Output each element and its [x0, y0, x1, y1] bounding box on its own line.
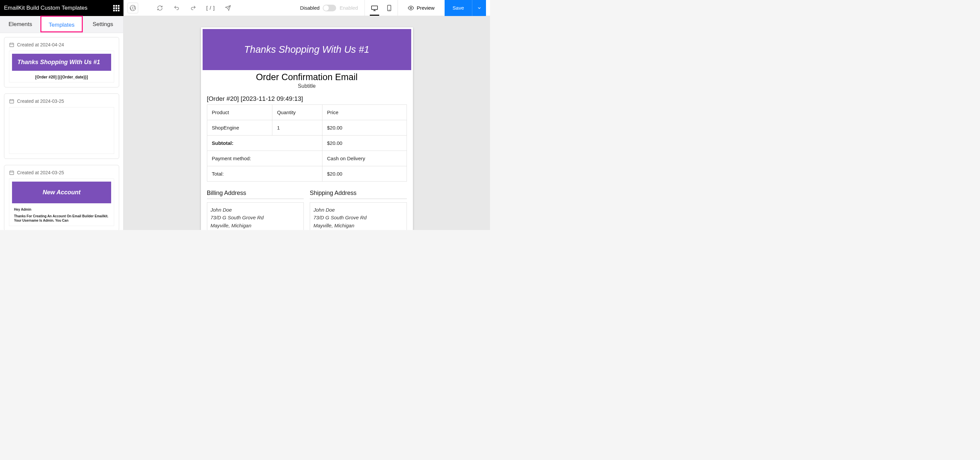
table-row: Payment method: Cash on Delivery	[207, 151, 407, 166]
send-icon[interactable]	[224, 4, 232, 12]
eye-icon	[408, 5, 414, 11]
template-card-meta: Created at 2024-03-25	[17, 170, 64, 175]
email-subtitle: Subtitle	[201, 83, 413, 89]
device-desktop-icon[interactable]	[371, 5, 378, 11]
save-button[interactable]: Save	[445, 0, 472, 16]
svg-point-4	[410, 7, 412, 9]
app-grid-icon[interactable]	[113, 5, 119, 11]
app-title: EmailKit Build Custom Templates	[4, 5, 113, 11]
svg-rect-6	[10, 100, 14, 103]
table-row: Product Quantity Price	[207, 105, 407, 120]
top-header: EmailKit Build Custom Templates [ / ] Di…	[0, 0, 490, 16]
canvas[interactable]: Thanks Shopping With Us #1 Order Confirm…	[124, 16, 490, 230]
sidebar-tabs: Elements Templates Settings	[0, 16, 123, 33]
template-list[interactable]: Created at 2024-04-24 Thanks Shopping Wi…	[0, 33, 123, 230]
table-row: Subtotal: $20.00	[207, 135, 407, 151]
table-row: Total: $20.00	[207, 166, 407, 181]
blank-template-thumb	[9, 107, 114, 154]
template-card[interactable]: Created at 2024-03-25	[4, 94, 119, 159]
enable-toggle-group: Disabled Enabled	[300, 5, 358, 11]
shipping-address: Shipping Address John Doe 73/D G South G…	[310, 189, 407, 230]
order-meta: [Order #20] [2023-11-12 09:49:13]	[207, 95, 407, 102]
svg-rect-1	[372, 6, 377, 10]
tab-templates[interactable]: Templates	[40, 16, 83, 32]
enabled-label: Enabled	[339, 5, 358, 11]
wordpress-icon[interactable]	[127, 3, 138, 13]
svg-rect-7	[10, 171, 14, 175]
disabled-label: Disabled	[300, 5, 320, 11]
template-card[interactable]: Created at 2024-04-24 Thanks Shopping Wi…	[4, 37, 119, 88]
template-card[interactable]: Created at 2024-03-25 New Account Hey Ad…	[4, 165, 119, 230]
device-toggle	[364, 0, 398, 16]
tab-elements[interactable]: Elements	[0, 16, 41, 33]
email-hero: Thanks Shopping With Us #1	[203, 29, 411, 70]
order-table: Product Quantity Price ShopEngine 1 $20.…	[207, 105, 407, 181]
svg-point-3	[389, 10, 390, 10]
sidebar: Elements Templates Settings Created at 2…	[0, 16, 124, 230]
calendar-icon	[9, 99, 14, 104]
enable-toggle[interactable]	[323, 5, 336, 11]
template-card-meta: Created at 2024-04-24	[17, 42, 64, 48]
svg-rect-5	[10, 43, 14, 47]
redo-icon[interactable]	[189, 4, 197, 12]
preview-label: Preview	[417, 5, 434, 11]
table-row: ShopEngine 1 $20.00	[207, 120, 407, 135]
calendar-icon	[9, 170, 14, 175]
app-title-bar: EmailKit Build Custom Templates	[0, 0, 124, 16]
calendar-icon	[9, 42, 14, 48]
device-mobile-icon[interactable]	[387, 5, 391, 11]
chevron-down-icon	[477, 6, 482, 10]
save-dropdown-button[interactable]	[472, 0, 486, 16]
shortcode-icon[interactable]: [ / ]	[202, 5, 220, 11]
svg-point-0	[130, 5, 136, 11]
preview-button[interactable]: Preview	[398, 0, 444, 16]
toolbar: [ / ] Disabled Enabled Preview Save	[124, 0, 490, 16]
email-preview[interactable]: Thanks Shopping With Us #1 Order Confirm…	[201, 27, 413, 230]
refresh-icon[interactable]	[156, 4, 164, 12]
undo-icon[interactable]	[172, 4, 181, 12]
billing-address: Billing Address John Doe 73/D G South Gr…	[207, 189, 304, 230]
template-card-meta: Created at 2024-03-25	[17, 99, 64, 104]
email-heading: Order Confirmation Email	[201, 72, 413, 83]
tab-settings[interactable]: Settings	[83, 16, 123, 33]
